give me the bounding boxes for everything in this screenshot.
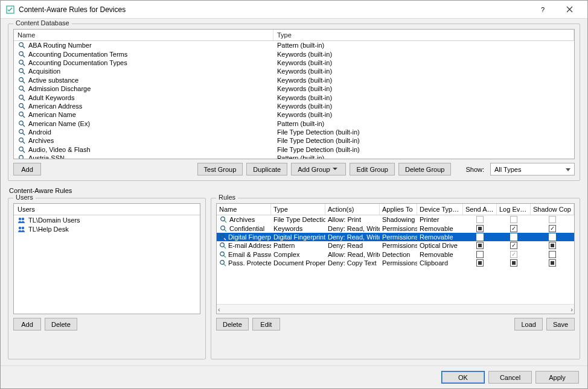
svg-point-6 bbox=[19, 86, 24, 90]
rule-type: Complex bbox=[271, 251, 325, 258]
checkbox[interactable] bbox=[510, 216, 517, 223]
rule-applies: Permissions bbox=[380, 233, 417, 241]
cancel-button[interactable]: Cancel bbox=[488, 371, 532, 384]
row-name: Admission Discharge bbox=[28, 85, 91, 92]
rule-row[interactable]: E-mail Address Pattern Deny: Read Permis… bbox=[217, 241, 574, 250]
content-db-row[interactable]: Acquisition Keywords (built-in) bbox=[14, 67, 574, 75]
rule-row[interactable]: Confidential Keywords Deny: Read, Write … bbox=[217, 224, 574, 232]
content-db-row[interactable]: Accounting Documentation Terms Keywords … bbox=[14, 49, 574, 58]
checkbox[interactable] bbox=[549, 259, 556, 267]
add-button[interactable]: Add bbox=[13, 163, 41, 176]
content-db-row[interactable]: Archives File Type Detection (built-in) bbox=[14, 136, 574, 145]
content-db-row[interactable]: Android File Type Detection (built-in) bbox=[14, 128, 574, 136]
checkbox[interactable] bbox=[476, 233, 484, 241]
rule-row[interactable]: Email & Passwords Complex Allow: Read, W… bbox=[217, 250, 574, 259]
checkbox[interactable] bbox=[510, 233, 517, 241]
content-db-row[interactable]: ABA Routing Number Pattern (built-in) bbox=[14, 41, 574, 49]
test-group-button[interactable]: Test Group bbox=[197, 163, 243, 176]
content-db-row[interactable]: Active substance Keywords (built-in) bbox=[14, 76, 574, 84]
col-type[interactable]: Type bbox=[271, 204, 325, 215]
users-legend: Users bbox=[13, 194, 36, 201]
content-db-row[interactable]: American Address Keywords (built-in) bbox=[14, 102, 574, 110]
col-log-event[interactable]: Log Event bbox=[497, 204, 531, 215]
column-type[interactable]: Type bbox=[273, 30, 574, 40]
checkbox[interactable] bbox=[476, 259, 484, 267]
content-db-row[interactable]: American Name Keywords (built-in) bbox=[14, 110, 574, 119]
add-group-button[interactable]: Add Group bbox=[291, 163, 346, 176]
search-icon bbox=[18, 51, 26, 58]
rules-hscrollbar[interactable]: ‹› bbox=[217, 304, 574, 314]
checkbox[interactable] bbox=[549, 233, 556, 241]
col-applies[interactable]: Applies To bbox=[380, 204, 417, 215]
checkbox[interactable] bbox=[510, 225, 517, 232]
checkbox[interactable] bbox=[549, 225, 556, 232]
rule-device: Printer bbox=[417, 216, 463, 223]
svg-point-2 bbox=[19, 51, 24, 55]
ok-button[interactable]: OK bbox=[441, 371, 485, 384]
row-name: Adult Keywords bbox=[28, 94, 74, 101]
close-button[interactable] bbox=[556, 1, 583, 19]
rule-actions: Deny: Copy Text bbox=[325, 259, 380, 267]
search-icon bbox=[18, 42, 26, 49]
window-title: Content-Aware Rules for Devices bbox=[19, 5, 529, 14]
duplicate-button[interactable]: Duplicate bbox=[246, 163, 287, 176]
row-type: Keywords (built-in) bbox=[273, 94, 574, 101]
rule-type: Keywords bbox=[271, 225, 325, 232]
content-database-list[interactable]: Name Type ABA Routing Number Pattern (bu… bbox=[13, 29, 575, 159]
checkbox[interactable] bbox=[510, 251, 517, 258]
delete-group-button[interactable]: Delete Group bbox=[398, 163, 451, 176]
rules-list[interactable]: Name Type Action(s) Applies To Device Ty… bbox=[216, 203, 575, 314]
col-send-alert[interactable]: Send Alert bbox=[463, 204, 497, 215]
content-db-row[interactable]: Audio, Video & Flash File Type Detection… bbox=[14, 145, 574, 154]
content-db-row[interactable]: Adult Keywords Keywords (built-in) bbox=[14, 93, 574, 101]
col-device[interactable]: Device Type(s) bbox=[417, 204, 463, 215]
content-db-row[interactable]: Accounting Documentation Types Keywords … bbox=[14, 59, 574, 67]
col-actions[interactable]: Action(s) bbox=[325, 204, 380, 215]
checkbox[interactable] bbox=[476, 216, 484, 223]
content-db-row[interactable]: American Name (Ex) Pattern (built-in) bbox=[14, 119, 574, 128]
row-name: Acquisition bbox=[28, 68, 60, 75]
content-db-row[interactable]: Admission Discharge Keywords (built-in) bbox=[14, 84, 574, 93]
edit-group-button[interactable]: Edit Group bbox=[350, 163, 395, 176]
rules-delete-button[interactable]: Delete bbox=[216, 318, 249, 330]
search-icon bbox=[219, 242, 226, 249]
checkbox[interactable] bbox=[510, 259, 517, 267]
checkbox[interactable] bbox=[476, 242, 484, 249]
users-header[interactable]: Users bbox=[14, 204, 200, 215]
rules-save-button[interactable]: Save bbox=[546, 318, 575, 330]
users-delete-button[interactable]: Delete bbox=[45, 318, 77, 330]
rule-row[interactable]: Digital Fingerprints Digital Fingerprint… bbox=[217, 233, 574, 241]
content-db-row[interactable]: Austria SSN Pattern (built-in) bbox=[14, 154, 574, 159]
rules-edit-button[interactable]: Edit bbox=[252, 318, 280, 330]
users-add-button[interactable]: Add bbox=[13, 318, 41, 330]
rules-load-button[interactable]: Load bbox=[514, 318, 542, 330]
search-icon bbox=[18, 94, 26, 101]
apply-button[interactable]: Apply bbox=[535, 371, 579, 384]
col-name[interactable]: Name bbox=[217, 204, 271, 215]
row-name: American Name bbox=[28, 111, 76, 118]
checkbox[interactable] bbox=[549, 251, 556, 258]
dialog-footer: OK Cancel Apply bbox=[1, 365, 587, 388]
svg-point-8 bbox=[19, 104, 24, 108]
rules-header: Name Type Action(s) Applies To Device Ty… bbox=[217, 204, 574, 215]
show-select[interactable]: All Types bbox=[490, 163, 575, 176]
row-type: File Type Detection (built-in) bbox=[273, 137, 574, 144]
users-list[interactable]: Users TL\Domain UsersTL\Help Desk bbox=[13, 203, 200, 314]
content-database-header: Name Type bbox=[14, 30, 574, 41]
rule-row[interactable]: Archives File Type Detection Allow: Prin… bbox=[217, 215, 574, 224]
row-name: Audio, Video & Flash bbox=[28, 146, 91, 153]
user-row[interactable]: TL\Domain Users bbox=[14, 215, 200, 224]
checkbox[interactable] bbox=[476, 251, 484, 258]
column-name[interactable]: Name bbox=[14, 30, 273, 40]
checkbox[interactable] bbox=[510, 242, 517, 249]
close-icon bbox=[566, 6, 573, 13]
row-name: ABA Routing Number bbox=[28, 42, 92, 49]
col-shadow-copy[interactable]: Shadow Cop bbox=[531, 204, 574, 215]
checkbox[interactable] bbox=[476, 225, 484, 232]
rule-row[interactable]: Pass. Protected Document Propert… Deny: … bbox=[217, 259, 574, 267]
help-button[interactable]: ? bbox=[529, 1, 556, 19]
checkbox[interactable] bbox=[549, 216, 556, 223]
checkbox[interactable] bbox=[549, 242, 556, 249]
user-row[interactable]: TL\Help Desk bbox=[14, 224, 200, 233]
svg-point-13 bbox=[19, 147, 24, 151]
